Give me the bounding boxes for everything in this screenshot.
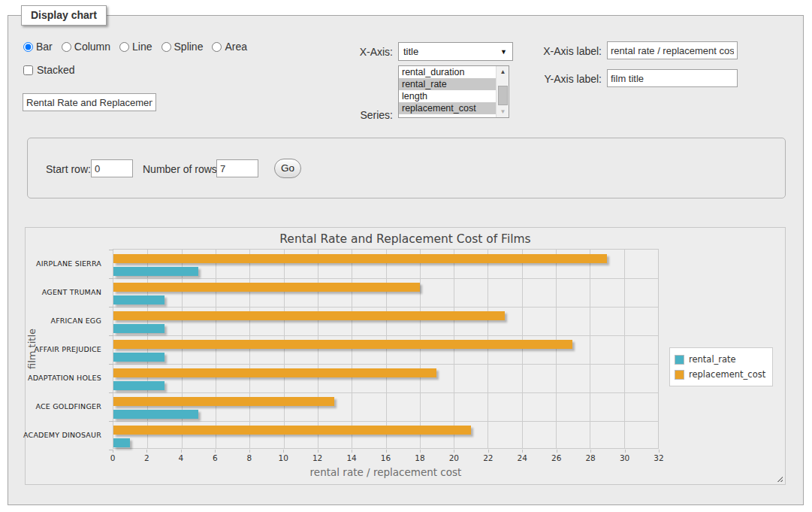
series-options: rental_durationrental_ratelengthreplacem…: [399, 66, 496, 114]
chart-type-line[interactable]: Line: [119, 41, 152, 53]
chart-type-column[interactable]: Column: [62, 41, 110, 53]
bar-replacement_cost: [113, 368, 436, 377]
x-axis-select-label: X-Axis:: [309, 46, 393, 58]
bar-rental_rate: [113, 295, 165, 304]
legend-swatch-rental_rate: [675, 355, 684, 365]
x-tick-mark: [625, 450, 626, 453]
stacked-checkbox[interactable]: [23, 65, 33, 75]
x-tick-mark: [420, 450, 421, 453]
x-tick-mark: [488, 450, 489, 453]
scrollbar-thumb[interactable]: [498, 86, 508, 105]
x-tick-mark: [454, 450, 454, 453]
x-tick-mark: [352, 450, 352, 453]
radio-label: Spline: [174, 41, 204, 53]
chart-x-ticks: 02468101214161820222426283032: [113, 450, 659, 465]
x-tick-mark: [318, 450, 318, 453]
category-label: ACE GOLDFINGER: [26, 392, 107, 420]
radio-spline[interactable]: [161, 42, 171, 52]
x-tick-mark: [249, 450, 250, 453]
x-tick-mark: [146, 450, 147, 453]
bar-replacement_cost: [113, 397, 334, 406]
bar-rental_rate: [113, 410, 198, 419]
bar-rental_rate: [113, 324, 165, 333]
category-label: AFRICAN EGG: [26, 306, 107, 335]
category-label: ACADEMY DINOSAUR: [26, 420, 107, 449]
bar-rental_rate: [113, 353, 165, 362]
x-tick-mark: [522, 450, 523, 453]
number-of-rows-input[interactable]: [216, 159, 258, 177]
start-row-input[interactable]: [91, 159, 133, 177]
x-tick-label: 6: [213, 453, 218, 462]
bar-group-african-egg: [113, 307, 658, 335]
x-tick-mark: [557, 450, 557, 453]
legend-label: rental_rate: [689, 354, 736, 365]
radio-line[interactable]: [119, 42, 129, 52]
legend-label: replacement_cost: [689, 369, 765, 380]
radio-area[interactable]: [212, 42, 222, 52]
series-listbox-label: Series:: [309, 109, 393, 121]
radio-bar[interactable]: [23, 42, 33, 52]
x-tick-label: 24: [518, 453, 527, 462]
y-axis-label-input[interactable]: [607, 69, 738, 87]
row-range-box: Start row: Number of rows: Go: [27, 138, 786, 198]
chart-x-axis-title: rental rate / replacement cost: [113, 466, 659, 478]
x-tick-label: 8: [246, 453, 252, 462]
bar-replacement_cost: [113, 340, 572, 349]
chart-type-radios: BarColumnLineSplineArea: [23, 41, 247, 53]
x-tick-mark: [590, 450, 591, 453]
series-option-rental_rate[interactable]: rental_rate: [399, 78, 496, 90]
series-option-rental_duration[interactable]: rental_duration: [399, 66, 496, 78]
x-tick-mark: [113, 450, 113, 453]
x-tick-label: 14: [346, 453, 356, 462]
chart-type-bar[interactable]: Bar: [23, 41, 53, 53]
x-axis-label-field-label: X-Axis label:: [493, 45, 602, 57]
bar-replacement_cost: [113, 426, 471, 435]
x-axis-selected-value: title: [403, 46, 418, 57]
radio-label: Column: [74, 41, 110, 53]
legend-item-replacement_cost: replacement_cost: [675, 367, 765, 382]
chart-resize-handle-icon[interactable]: [775, 474, 783, 482]
bar-group-agent-truman: [113, 278, 658, 307]
x-tick-label: 18: [415, 453, 424, 462]
chart-type-spline[interactable]: Spline: [161, 41, 204, 53]
x-tick-mark: [386, 450, 387, 453]
bar-replacement_cost: [113, 283, 420, 292]
bar-replacement_cost: [113, 311, 505, 320]
series-option-length[interactable]: length: [399, 90, 496, 102]
x-tick-label: 22: [483, 453, 493, 462]
radio-column[interactable]: [62, 42, 71, 52]
x-tick-mark: [215, 450, 216, 453]
panel-title: Display chart: [21, 5, 107, 26]
go-button[interactable]: Go: [274, 159, 301, 178]
bar-group-academy-dinosaur: [113, 421, 658, 450]
x-tick-label: 0: [110, 453, 116, 462]
chart-plot-area: [113, 249, 659, 449]
series-option-replacement_cost[interactable]: replacement_cost: [399, 102, 496, 114]
scroll-down-icon[interactable]: ▼: [497, 106, 509, 117]
y-axis-label-field-label: Y-Axis label:: [493, 73, 602, 85]
category-label: AGENT TRUMAN: [26, 277, 107, 306]
x-tick-label: 16: [381, 453, 391, 462]
bar-group-affair-prejudice: [113, 335, 658, 364]
x-tick-mark: [659, 450, 660, 453]
chart-type-area[interactable]: Area: [212, 41, 247, 53]
x-tick-label: 12: [312, 453, 322, 462]
chart-title-input[interactable]: [23, 93, 156, 111]
x-tick-label: 28: [585, 453, 595, 462]
stacked-checkbox-row[interactable]: Stacked: [23, 64, 75, 76]
x-tick-label: 26: [551, 453, 561, 462]
bar-replacement_cost: [113, 254, 607, 263]
legend-swatch-replacement_cost: [675, 370, 684, 380]
x-axis-label-input[interactable]: [607, 41, 738, 59]
page: Display chart BarColumnLineSplineArea St…: [0, 0, 812, 512]
chart-container: Rental Rate and Replacement Cost of Film…: [25, 227, 786, 485]
radio-label: Line: [132, 41, 152, 53]
number-of-rows-label: Number of rows:: [143, 163, 220, 175]
category-label: AFFAIR PREJUDICE: [26, 335, 107, 363]
chart-title: Rental Rate and Replacement Cost of Film…: [26, 232, 785, 246]
bar-group-adaptation-holes: [113, 364, 658, 392]
x-tick-label: 32: [654, 453, 663, 462]
x-tick-label: 30: [620, 453, 629, 462]
chart-legend: rental_ratereplacement_cost: [669, 347, 773, 386]
bar-group-ace-goldfinger: [113, 392, 658, 421]
